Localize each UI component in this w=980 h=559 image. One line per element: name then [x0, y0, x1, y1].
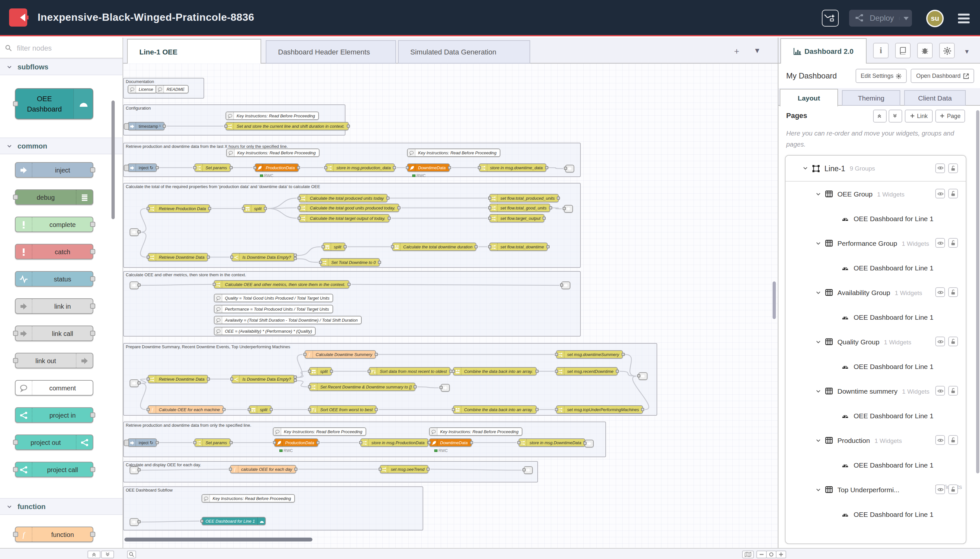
link-out-node[interactable]: [561, 281, 570, 289]
palette-section-common[interactable]: common: [0, 137, 122, 154]
tree-group-row[interactable]: Downtime summery1 Widgets: [785, 379, 966, 404]
tree-widget-row[interactable]: OEE Dashboard for Line 1: [785, 354, 966, 379]
flow-node-comment[interactable]: License: [128, 85, 157, 93]
flow-group[interactable]: Configuration: [123, 104, 345, 136]
visibility-eye-button[interactable]: [935, 189, 945, 198]
tree-widget-row[interactable]: OEE Dashboard for Line 1: [785, 256, 966, 280]
flow-node-split[interactable]: split: [249, 405, 271, 414]
link-out-node[interactable]: [565, 165, 574, 172]
flow-node-split[interactable]: split: [243, 204, 266, 213]
link-out-node[interactable]: [441, 384, 450, 392]
palette-node-link-out[interactable]: link out: [15, 353, 93, 368]
flow-tab-3[interactable]: Simulated Data Generation: [398, 40, 530, 64]
flow-node-comment[interactable]: Performance = Total Produced Units / Tot…: [214, 305, 333, 313]
flow-node-split[interactable]: split: [323, 243, 345, 251]
palette-scrollbar[interactable]: [112, 101, 115, 219]
flow-node-change[interactable]: Calculate the total good units produced …: [299, 203, 399, 212]
flow-canvas[interactable]: DocumentationConfigurationRetrieve produ…: [123, 64, 778, 548]
link-out-node[interactable]: [524, 466, 533, 474]
inject-button[interactable]: [124, 123, 129, 129]
unlock-button[interactable]: [948, 435, 958, 445]
debug-bug-button[interactable]: [917, 43, 933, 58]
flow-node-change[interactable]: store in msg.production_data: [325, 164, 395, 172]
flow-node-change[interactable]: store in msg.ProductionData: [360, 438, 429, 447]
flow-group[interactable]: Calculate and display OEE for each day.: [123, 461, 538, 483]
unlock-button[interactable]: [948, 238, 958, 248]
sidebar-tab-layout[interactable]: Layout: [780, 89, 838, 106]
flow-node-func[interactable]: fcalculate OEE for each day: [230, 465, 296, 473]
tree-widget-row[interactable]: OEE Dashboard for Line 1: [785, 404, 966, 428]
flow-node-join[interactable]: Combine the data back into an array.: [453, 367, 537, 375]
flow-node-change[interactable]: set msg.downtimeSummery: [556, 350, 623, 359]
palette-node-link-call[interactable]: link call: [15, 326, 93, 341]
palette-node-function[interactable]: ffunction: [15, 527, 93, 542]
flow-node-comment[interactable]: Key Instructions: Read Before Proceeding: [226, 149, 320, 157]
sidebar-tab-theming[interactable]: Theming: [842, 90, 900, 106]
palette-section-function[interactable]: function: [0, 498, 122, 515]
search-input[interactable]: [16, 43, 106, 52]
palette-node-oee-dashboard[interactable]: OEEDashboard: [15, 88, 93, 119]
palette-node-catch[interactable]: catch: [15, 244, 93, 260]
unlock-button[interactable]: [948, 163, 958, 173]
canvas-search-button[interactable]: [127, 550, 136, 558]
visibility-eye-button[interactable]: [935, 337, 945, 346]
flow-group[interactable]: OEE Dashboard Subflow: [123, 486, 423, 531]
unlock-button[interactable]: [948, 287, 958, 297]
palette-node-link-in[interactable]: link in: [15, 298, 93, 314]
flow-node-change[interactable]: Set Total Downtime to 0: [320, 258, 380, 266]
tree-group-row[interactable]: Availability Group1 Widgets: [785, 280, 966, 305]
flow-node-switch[interactable]: Is Downtime Data Empty?: [231, 253, 295, 261]
link-in-node[interactable]: [130, 228, 139, 236]
tree-group-row[interactable]: Production1 Widgets: [785, 428, 966, 453]
canvas-hscrollbar[interactable]: [124, 538, 312, 541]
deploy-options-caret[interactable]: [899, 17, 912, 20]
unlock-button[interactable]: [948, 337, 958, 346]
link-in-node[interactable]: [130, 466, 139, 474]
tree-group-row[interactable]: Performance Group1 Widgets: [785, 231, 966, 256]
flow-node-subflow[interactable]: OEE Dashboard for Line 1: [201, 517, 266, 525]
inject-button[interactable]: [124, 164, 129, 171]
flow-group[interactable]: Calculate OEE and other metrics, then st…: [123, 271, 581, 337]
zoom-reset-button[interactable]: [766, 550, 777, 558]
flow-node-change[interactable]: Set Recent Downtime & Downtime summary t…: [309, 383, 416, 391]
visibility-eye-button[interactable]: [935, 485, 945, 494]
flow-node-func[interactable]: fCalculate OEE for each machine: [148, 405, 224, 414]
flow-node-change[interactable]: Calculate the total produced units today: [299, 194, 388, 202]
palette-node-status[interactable]: status: [15, 271, 93, 287]
link-in-node[interactable]: [130, 518, 139, 526]
flow-node-change[interactable]: Retrieve Downtime Data: [148, 375, 208, 383]
palette-node-comment[interactable]: comment: [15, 380, 93, 395]
flow-node-change[interactable]: Set and store the current line and shift…: [226, 122, 348, 131]
flow-node-comment[interactable]: Key Instructions: Read Before Proceeding: [226, 112, 319, 120]
palette-collapse-down-button[interactable]: [101, 550, 114, 558]
sidebar-scrollbar[interactable]: [976, 110, 979, 473]
flow-node-comment[interactable]: Key Instructions: Read Before Proceeding: [273, 427, 366, 436]
flow-node-inject[interactable]: inject ↻: [128, 164, 157, 172]
flow-tab-1[interactable]: Line-1 OEE: [127, 39, 261, 64]
flow-node-change[interactable]: Calculate OEE and other metrics, then st…: [214, 280, 349, 289]
link-out-node[interactable]: [638, 372, 647, 380]
flow-node-split[interactable]: split: [309, 367, 332, 375]
flow-node-join[interactable]: Combine the data back into an array.: [453, 405, 537, 414]
tree-group-row[interactable]: OEE Group1 Widgets: [785, 182, 966, 206]
settings-gear-button[interactable]: [939, 43, 955, 58]
edit-settings-button[interactable]: Edit Settings: [856, 69, 907, 83]
flow-node-comment[interactable]: Quality = Total Good Units Produced / To…: [214, 294, 333, 302]
flow-group[interactable]: Retrieve production and downtime data fr…: [123, 143, 581, 177]
link-in-node[interactable]: [130, 281, 139, 289]
visibility-eye-button[interactable]: [935, 238, 945, 248]
flow-list-caret[interactable]: ▾: [755, 45, 759, 55]
palette-node-complete[interactable]: complete: [15, 217, 93, 232]
tab-dashboard-2.0[interactable]: Dashboard 2.0: [780, 38, 866, 64]
unlock-button[interactable]: [948, 189, 958, 198]
unlock-button[interactable]: [948, 386, 958, 395]
flow-node-change[interactable]: store in msg.DowntimeData: [518, 438, 585, 447]
info-button[interactable]: i: [873, 43, 889, 58]
palette-node-project-in[interactable]: project in: [15, 407, 93, 423]
flow-node-change[interactable]: set msg.recentDowntime: [556, 367, 617, 375]
link-out-node[interactable]: [564, 205, 573, 213]
palette-search[interactable]: [0, 38, 122, 58]
zoom-out-button[interactable]: [756, 550, 767, 558]
flow-node-sort[interactable]: Sort OEE from worst to best: [309, 405, 376, 414]
add-page-button[interactable]: Page: [935, 109, 965, 122]
